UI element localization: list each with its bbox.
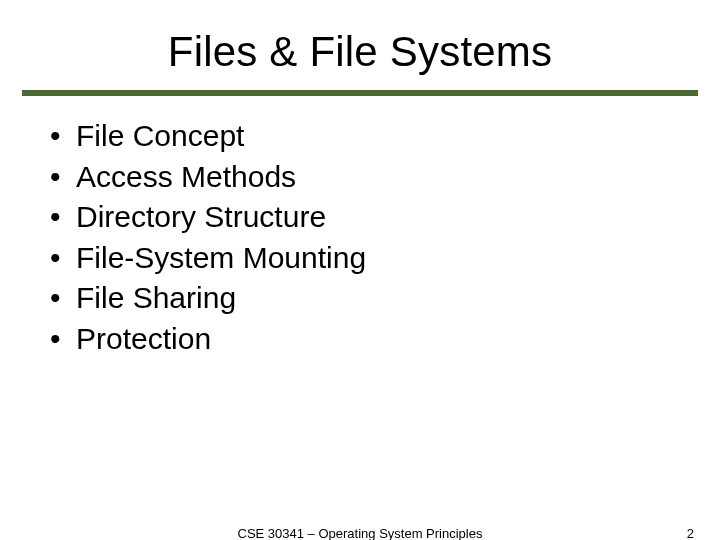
slide-title: Files & File Systems xyxy=(0,0,720,90)
list-item: File Sharing xyxy=(40,278,680,319)
slide: Files & File Systems File Concept Access… xyxy=(0,0,720,540)
list-item: Protection xyxy=(40,319,680,360)
list-item: Access Methods xyxy=(40,157,680,198)
footer-course: CSE 30341 – Operating System Principles xyxy=(0,526,720,540)
list-item: Directory Structure xyxy=(40,197,680,238)
footer-page-number: 2 xyxy=(687,526,694,540)
bullet-list: File Concept Access Methods Directory St… xyxy=(40,116,680,359)
list-item: File-System Mounting xyxy=(40,238,680,279)
list-item: File Concept xyxy=(40,116,680,157)
slide-content: File Concept Access Methods Directory St… xyxy=(0,96,720,359)
